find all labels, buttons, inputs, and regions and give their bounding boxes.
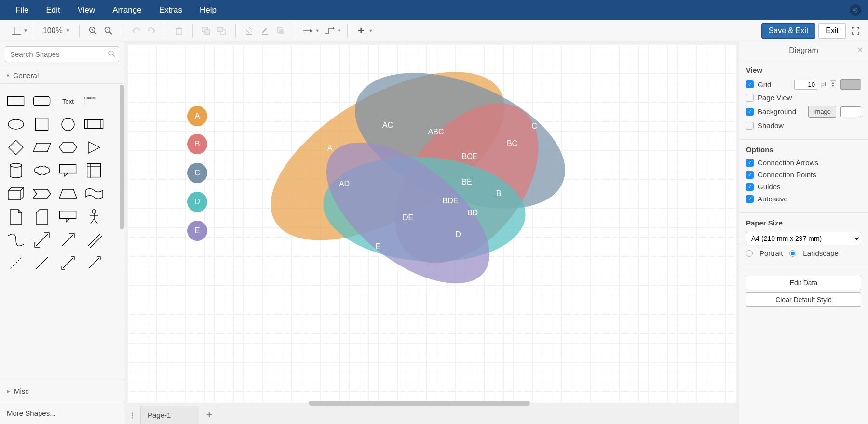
shape-line[interactable] [29, 252, 55, 275]
legend-dot-B[interactable]: B [187, 134, 207, 154]
venn-region-DE[interactable]: DE [403, 213, 413, 222]
shape-parallel-lines[interactable] [81, 228, 107, 252]
landscape-radio[interactable] [789, 250, 796, 257]
menu-arrange[interactable]: Arrange [104, 2, 150, 18]
shape-arrow[interactable] [55, 228, 81, 252]
grid-size-stepper[interactable]: ▲▼ [830, 80, 836, 88]
shadow-icon[interactable] [273, 24, 287, 38]
guides-checkbox[interactable]: ✓ [746, 183, 754, 191]
venn-region-AD[interactable]: AD [339, 180, 350, 188]
edit-data-button[interactable]: Edit Data [746, 276, 861, 290]
sidebar-scrollbar[interactable] [120, 85, 124, 229]
legend-dot-E[interactable]: E [187, 221, 207, 241]
venn-region-AC[interactable]: AC [382, 121, 393, 130]
caret-down-icon[interactable]: ▼ [337, 28, 341, 33]
paper-size-select[interactable]: A4 (210 mm x 297 mm) [746, 232, 861, 245]
connector-style-icon[interactable] [301, 24, 314, 38]
shape-hexagon[interactable] [55, 136, 81, 159]
shape-cube[interactable] [3, 182, 29, 205]
legend-dot-C[interactable]: C [187, 163, 207, 183]
shape-dashed-line[interactable] [3, 252, 29, 275]
shape-square[interactable] [29, 113, 55, 136]
venn-region-BDE[interactable]: BDE [443, 197, 459, 205]
zoom-display[interactable]: 100% ▼ [40, 26, 73, 35]
waypoint-style-icon[interactable] [323, 24, 336, 38]
shadow-checkbox[interactable] [746, 122, 754, 130]
shape-process[interactable] [81, 113, 107, 136]
venn-region-E[interactable]: E [376, 242, 381, 251]
insert-icon[interactable]: + [354, 24, 368, 38]
zoom-in-icon[interactable] [86, 24, 100, 38]
shape-rounded-rect[interactable] [29, 90, 55, 113]
background-image-button[interactable]: Image [808, 106, 836, 118]
shape-bidir-thin-arrow[interactable] [55, 252, 81, 275]
conn-points-checkbox[interactable]: ✓ [746, 171, 754, 179]
right-splitter[interactable]: ⋮ [735, 233, 739, 252]
menu-edit[interactable]: Edit [37, 2, 68, 18]
background-checkbox[interactable]: ✓ [746, 108, 754, 116]
search-shapes-input[interactable] [5, 46, 119, 62]
shape-actor[interactable] [81, 205, 107, 228]
grid-size-input[interactable] [794, 80, 817, 90]
autosave-checkbox[interactable]: ✓ [746, 195, 754, 203]
shape-note[interactable] [3, 205, 29, 228]
search-icon[interactable] [108, 50, 115, 58]
zoom-out-icon[interactable] [102, 24, 115, 38]
shape-parallelogram[interactable] [29, 136, 55, 159]
menu-file[interactable]: File [7, 2, 37, 18]
menu-help[interactable]: Help [191, 2, 225, 18]
legend-dot-A[interactable]: A [187, 106, 207, 126]
venn-region-BE[interactable]: BE [461, 178, 472, 186]
line-color-icon[interactable] [258, 24, 271, 38]
undo-icon[interactable] [129, 24, 143, 38]
shape-internal-storage[interactable] [81, 159, 107, 182]
venn-region-BC[interactable]: BC [507, 139, 517, 148]
grid-color-swatch[interactable] [840, 79, 861, 90]
shape-diamond[interactable] [3, 136, 29, 159]
redo-icon[interactable] [145, 24, 158, 38]
shape-thin-arrow[interactable] [81, 252, 107, 275]
globe-icon[interactable]: ⦾ [850, 4, 861, 16]
to-front-icon[interactable] [200, 24, 213, 38]
sidebar-toggle-icon[interactable] [10, 24, 23, 38]
canvas-h-scrollbar[interactable] [309, 401, 530, 406]
menu-extras[interactable]: Extras [150, 2, 191, 18]
shape-curve[interactable] [3, 228, 29, 252]
venn-region-B[interactable]: B [496, 189, 502, 198]
conn-arrows-checkbox[interactable]: ✓ [746, 159, 754, 167]
page-view-checkbox[interactable] [746, 94, 754, 102]
background-color-swatch[interactable] [840, 106, 861, 117]
fullscreen-icon[interactable] [849, 24, 862, 38]
fill-color-icon[interactable] [243, 24, 256, 38]
to-back-icon[interactable] [215, 24, 229, 38]
shape-cylinder[interactable] [3, 159, 29, 182]
shape-step[interactable] [29, 182, 55, 205]
shape-triangle[interactable] [81, 136, 107, 159]
shape-cloud[interactable] [29, 159, 55, 182]
page-tab-1[interactable]: Page-1 [141, 406, 199, 424]
pages-menu-icon[interactable]: ⋮ [124, 406, 141, 424]
palette-section-misc[interactable]: ▶ Misc [0, 380, 124, 402]
delete-icon[interactable] [172, 24, 186, 38]
shape-callout[interactable] [55, 159, 81, 182]
portrait-radio[interactable] [746, 250, 753, 257]
shape-rect[interactable] [3, 90, 29, 113]
menu-view[interactable]: View [69, 2, 104, 18]
venn-region-BD[interactable]: BD [467, 209, 478, 217]
venn-region-D[interactable]: D [455, 230, 461, 239]
add-page-button[interactable]: + [199, 406, 219, 424]
venn-region-A[interactable]: A [327, 144, 333, 153]
save-exit-button[interactable]: Save & Exit [761, 23, 816, 39]
shape-heading[interactable]: Heading━━━━━━━━━━━━━━━━━━━━━ [81, 90, 107, 113]
venn-region-ABC[interactable]: ABC [428, 128, 444, 136]
grid-checkbox[interactable]: ✓ [746, 80, 754, 88]
shape-card[interactable] [29, 205, 55, 228]
caret-down-icon[interactable]: ▼ [23, 28, 28, 33]
shape-ellipse[interactable] [3, 113, 29, 136]
caret-down-icon[interactable]: ▼ [315, 28, 320, 33]
shape-text[interactable]: Text [55, 90, 81, 113]
legend-dot-D[interactable]: D [187, 192, 207, 212]
shape-circle[interactable] [55, 113, 81, 136]
canvas[interactable]: ABCDEAACABCCBCBCEADBEBBDEBDDEDE [127, 44, 736, 403]
shape-bidir-arrow[interactable] [29, 228, 55, 252]
